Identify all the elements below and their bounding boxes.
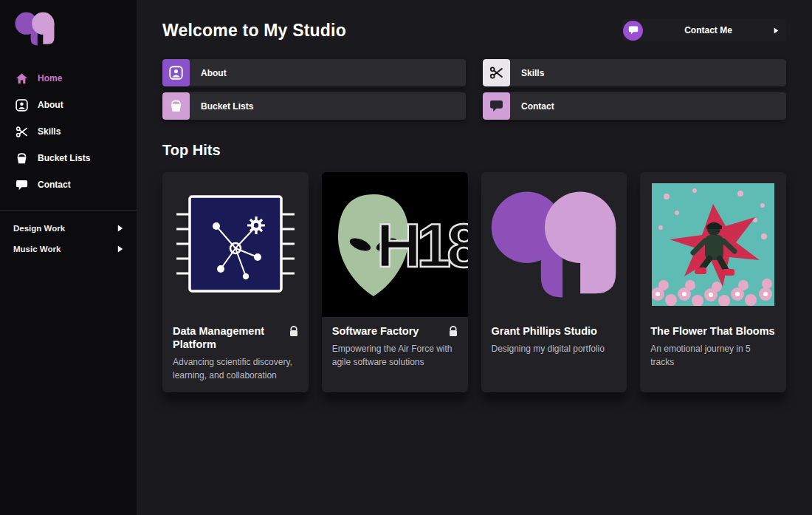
chevron-right-icon xyxy=(117,245,123,253)
gp-logo[interactable] xyxy=(0,7,137,65)
shortcut-tile-skills[interactable]: Skills xyxy=(483,59,786,86)
card-software-factory[interactable]: H18 Software Factory Empowering the Air … xyxy=(322,172,468,392)
card-grant-phillips-studio[interactable]: Grant Phillips Studio Designing my digit… xyxy=(481,172,627,392)
card-title: Grant Phillips Studio xyxy=(492,324,597,338)
sidebar: Home About Skills Bucket Lists Contact xyxy=(0,0,137,515)
person-badge-icon xyxy=(162,59,190,86)
contact-me-button[interactable]: Contact Me xyxy=(622,19,786,41)
gp-monogram-icon xyxy=(15,12,55,46)
sidebar-item-label: Design Work xyxy=(13,224,65,233)
scissors-icon xyxy=(483,59,510,86)
card-subtitle: Designing my digital portfolio xyxy=(492,343,617,355)
card-body: Data Management Platform Advancing scien… xyxy=(162,317,309,382)
sidebar-item-music-work[interactable]: Music Work xyxy=(0,239,137,259)
sidebar-item-contact[interactable]: Contact xyxy=(0,171,137,198)
card-subtitle: Empowering the Air Force with agile soft… xyxy=(332,343,458,369)
shortcut-label: Bucket Lists xyxy=(201,101,253,112)
shortcut-tile-contact[interactable]: Contact xyxy=(483,92,786,120)
card-body: Software Factory Empowering the Air Forc… xyxy=(322,317,468,369)
sidebar-item-design-work[interactable]: Design Work xyxy=(0,218,137,239)
card-body: The Flower That Blooms An emotional jour… xyxy=(640,317,786,369)
person-badge-icon xyxy=(15,98,28,112)
app-window: Home About Skills Bucket Lists Contact xyxy=(0,0,812,515)
card-data-management-platform[interactable]: Data Management Platform Advancing scien… xyxy=(162,172,309,392)
card-subtitle: Advancing scientific discovery, learning… xyxy=(173,356,298,382)
scissors-icon xyxy=(15,125,28,138)
sidebar-item-about[interactable]: About xyxy=(0,92,137,118)
chevron-right-icon xyxy=(774,24,779,37)
circuit-network-chip-art xyxy=(162,172,309,317)
chat-bubble-icon xyxy=(623,21,643,41)
card-title: Software Factory xyxy=(332,324,419,338)
chat-icon xyxy=(15,178,28,191)
shortcut-tile-about[interactable]: About xyxy=(162,59,466,86)
sidebar-item-skills[interactable]: Skills xyxy=(0,118,137,145)
sidebar-item-label: Home xyxy=(38,73,62,83)
shortcut-grid: About Skills Bucket Lists Contact xyxy=(162,59,786,120)
sidebar-item-label: Skills xyxy=(38,126,61,137)
sidebar-item-label: Music Work xyxy=(13,245,61,253)
sidebar-item-bucket-lists[interactable]: Bucket Lists xyxy=(0,145,137,171)
card-body: Grant Phillips Studio Designing my digit… xyxy=(481,317,627,356)
sidebar-item-label: About xyxy=(38,100,63,110)
gp-monogram-icon xyxy=(490,190,617,299)
shortcut-label: Contact xyxy=(521,101,554,112)
sidebar-item-label: Bucket Lists xyxy=(38,153,90,163)
alien-head-art: H18 xyxy=(322,172,468,317)
sidebar-item-label: Contact xyxy=(38,180,71,190)
card-title: Data Management Platform xyxy=(173,324,283,351)
shortcut-tile-bucket-lists[interactable]: Bucket Lists xyxy=(162,92,466,120)
shortcut-label: About xyxy=(201,68,227,78)
card-subtitle: An emotional journey in 5 tracks xyxy=(650,343,776,369)
page-header: Welcome to My Studio Contact Me xyxy=(162,19,786,41)
album-cover-art xyxy=(640,172,786,317)
main-content: Welcome to My Studio Contact Me About xyxy=(137,0,812,515)
lock-icon xyxy=(289,326,298,337)
art-text: H18 xyxy=(376,211,468,280)
bucket-icon xyxy=(162,92,190,120)
sidebar-divider xyxy=(0,210,137,211)
shortcut-label: Skills xyxy=(521,68,544,78)
gp-monogram-art xyxy=(481,172,627,317)
home-icon xyxy=(15,72,28,85)
chat-icon xyxy=(483,92,510,120)
chevron-right-icon xyxy=(117,225,123,232)
contact-me-label: Contact Me xyxy=(643,25,774,35)
section-title-top-hits: Top Hits xyxy=(162,142,786,159)
card-title: The Flower That Blooms xyxy=(650,324,774,338)
top-hits-grid: Data Management Platform Advancing scien… xyxy=(162,172,786,392)
page-title: Welcome to My Studio xyxy=(162,21,346,41)
card-the-flower-that-blooms[interactable]: The Flower That Blooms An emotional jour… xyxy=(640,172,786,392)
lock-icon xyxy=(449,326,458,337)
bucket-icon xyxy=(15,151,28,165)
sidebar-item-home[interactable]: Home xyxy=(0,65,137,92)
